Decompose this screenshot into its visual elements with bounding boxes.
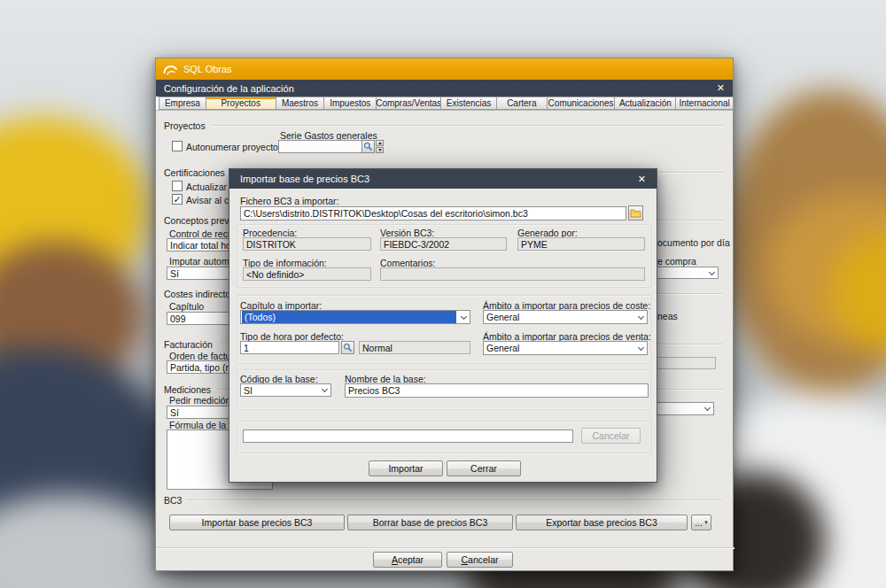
fichero-label: Fichero BC3 a importar:	[240, 196, 338, 206]
capitulo-importar-select[interactable]: (Todos)	[240, 310, 470, 324]
actualizar-stock-checkbox[interactable]	[172, 181, 183, 191]
lineas-label: neas	[657, 311, 678, 321]
spinner-up-icon[interactable]	[376, 140, 384, 146]
documento-por-dia-label: ocumento por día	[657, 237, 730, 248]
version-bc3-field: FIEBDC-3/2002	[380, 237, 507, 251]
folder-open-icon	[630, 208, 641, 218]
tipo-hora-descripcion-field: Normal	[359, 341, 470, 354]
spinner-down-icon[interactable]	[376, 147, 384, 153]
serie-search-button[interactable]	[361, 140, 375, 153]
aceptar-button[interactable]: Aceptar	[373, 552, 442, 568]
tab-empresa[interactable]: Empresa	[159, 97, 206, 110]
group-bc3-title: BC3	[164, 495, 182, 506]
importar-button[interactable]: Importar	[369, 460, 443, 476]
chevron-down-icon	[703, 405, 710, 411]
tab-impuestos[interactable]: Impuestos	[323, 97, 377, 110]
tab-internacional[interactable]: Internacional	[675, 97, 734, 110]
chevron-down-icon	[708, 268, 714, 275]
exportar-base-precios-button[interactable]: Exportar base precios BC3	[516, 514, 688, 530]
comentarios-field	[380, 267, 645, 281]
avisar-certificar-checkbox[interactable]: ✓	[172, 194, 183, 205]
app-title: SQL Obras	[183, 64, 232, 74]
close-icon[interactable]: ✕	[717, 83, 725, 93]
tab-compras-ventas[interactable]: Compras/Ventas	[376, 97, 441, 110]
tipo-informacion-field: <No definido>	[243, 267, 371, 281]
chevron-down-icon	[637, 313, 643, 319]
tipo-hora-search-button[interactable]	[341, 341, 354, 354]
autonumerar-label: Autonumerar proyectos	[186, 142, 283, 152]
bc3-more-button[interactable]: ...▾	[691, 514, 711, 530]
borrar-base-precios-button[interactable]: Borrar base de precios BC3	[347, 514, 513, 530]
ambito-coste-select[interactable]: General	[483, 310, 648, 324]
importar-dialog-title: Importar base de precios BC3	[240, 174, 369, 184]
chevron-down-icon	[460, 313, 466, 319]
tab-cartera[interactable]: Cartera	[496, 97, 548, 110]
procedencia-field: DISTRITOK	[243, 237, 371, 251]
browse-file-button[interactable]	[628, 205, 643, 220]
chevron-down-icon	[321, 386, 327, 392]
group-costes-title: Costes indirectos	[164, 289, 236, 299]
ambito-venta-select[interactable]: General	[483, 341, 648, 355]
tipo-compra-label: e compra	[657, 256, 696, 267]
config-dialog-title: Configuración de la aplicación	[164, 83, 294, 94]
cancelar-progreso-button: Cancelar	[581, 428, 641, 444]
importar-base-precios-button[interactable]: Importar base precios BC3	[169, 514, 345, 530]
tab-actualizacion[interactable]: Actualización	[614, 97, 676, 110]
importar-dialog-header: Importar base de precios BC3 ✕	[229, 169, 657, 189]
codigo-base-select[interactable]: SI	[240, 383, 331, 397]
group-mediciones-title: Mediciones	[164, 384, 211, 395]
check-icon: ✓	[173, 194, 181, 205]
serie-spinner	[376, 140, 384, 153]
search-icon	[363, 142, 373, 151]
config-tabstrip: Empresa Proyectos Maestros Impuestos Com…	[156, 97, 733, 111]
group-facturacion-title: Facturación	[164, 339, 213, 350]
desktop: SQL Obras Configuración de la aplicación…	[0, 0, 886, 588]
capitulo-label: Capítulo	[169, 301, 204, 312]
cancelar-button[interactable]: Cancelar	[447, 552, 513, 568]
chevron-down-icon	[637, 344, 643, 350]
tab-proyectos[interactable]: Proyectos	[206, 97, 276, 110]
config-dialog-header: Configuración de la aplicación ✕	[156, 80, 733, 97]
nombre-base-input[interactable]: Precios BC3	[345, 383, 649, 398]
tab-existencias[interactable]: Existencias	[440, 97, 497, 110]
pedir-medicion-label: Pedir medición	[169, 395, 230, 406]
importar-bc3-dialog: Importar base de precios BC3 ✕ Fichero B…	[229, 168, 657, 483]
generado-por-field: PYME	[517, 237, 645, 251]
app-logo-icon	[163, 64, 178, 75]
autonumerar-checkbox[interactable]	[172, 141, 183, 151]
app-titlebar: SQL Obras	[156, 58, 733, 80]
group-certificaciones-title: Certificaciones	[164, 167, 225, 178]
tab-comunicaciones[interactable]: Comunicaciones	[547, 97, 616, 110]
tipo-hora-input[interactable]: 1	[240, 341, 339, 354]
tab-maestros[interactable]: Maestros	[276, 97, 325, 110]
serie-gastos-input[interactable]	[278, 140, 362, 153]
close-icon[interactable]: ✕	[638, 174, 646, 184]
progress-bar	[243, 429, 573, 443]
cerrar-button[interactable]: Cerrar	[447, 460, 521, 476]
search-icon	[343, 343, 353, 352]
group-proyectos-title: Proyectos	[164, 120, 206, 131]
dropdown-arrow-icon: ▾	[704, 519, 708, 526]
fichero-input[interactable]: C:\Users\distrito.DISTRITOK\Desktop\Cosa…	[240, 206, 626, 220]
